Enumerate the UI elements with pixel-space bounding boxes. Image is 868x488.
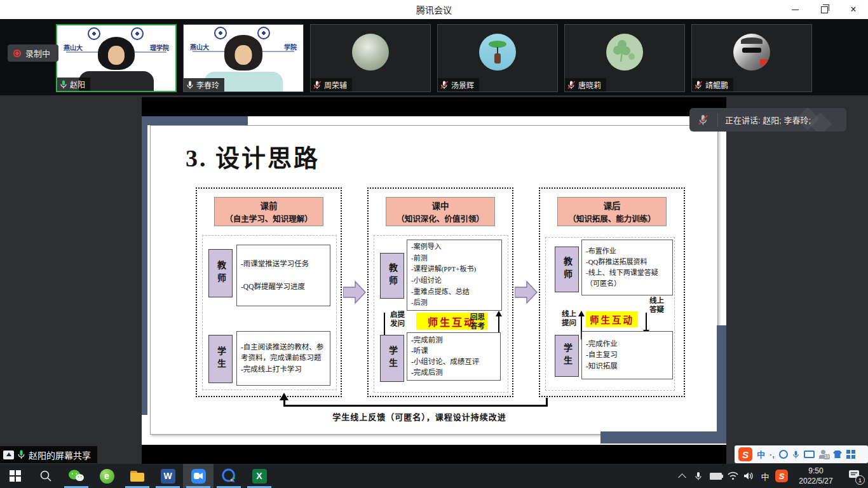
name-plate: 赵阳	[57, 78, 90, 91]
notification-count-badge: 1	[855, 475, 865, 485]
feedback-note: 学生线上反馈（可匿名），课程设计持续改进	[241, 410, 597, 423]
tray-date: 2022/5/27	[799, 477, 832, 485]
restore-icon	[821, 6, 828, 13]
window-title: 腾讯会议	[0, 0, 868, 19]
name-plate: 靖鲲鹏	[692, 78, 733, 92]
browser-icon: e	[100, 469, 114, 484]
notification-icon: 1	[848, 470, 860, 482]
avatar	[352, 34, 389, 71]
slide-title: 3. 设计思路	[186, 139, 320, 173]
windows-logo-icon	[10, 470, 21, 482]
name-plate: 周荣辅	[311, 78, 352, 92]
tray-battery-button[interactable]	[707, 464, 724, 488]
search-icon	[39, 470, 52, 482]
mic-muted-icon	[313, 81, 322, 90]
arrow-up-icon	[578, 311, 585, 316]
wechat-icon	[68, 469, 85, 483]
participant-tile[interactable]: 汤景辉	[437, 24, 558, 92]
mic-muted-icon	[440, 81, 449, 90]
name-plate: 汤景辉	[438, 78, 479, 92]
restore-button[interactable]	[810, 0, 839, 19]
student-activities: -完成作业 -自主复习 -知识拓展	[581, 331, 673, 379]
voice-input-button[interactable]	[792, 450, 799, 459]
toolbox-button[interactable]	[846, 450, 855, 459]
sogou-logo-icon: S	[775, 470, 788, 482]
teacher-label: 教师	[380, 253, 404, 299]
tray-sogou-button[interactable]: S	[773, 464, 790, 488]
close-icon: ×	[850, 4, 856, 15]
emoji-button[interactable]	[779, 450, 788, 459]
student-activities: -自主阅读推送的教材、参考资料，完成课前练习题 -完成线上打卡学习	[236, 331, 330, 386]
action-center-button[interactable]: 1	[843, 464, 865, 488]
interaction-note-right: 回思 答考	[470, 313, 485, 331]
tray-clock[interactable]: 9:50 2022/5/27	[792, 464, 840, 488]
student-label: 学生	[380, 335, 404, 382]
soft-keyboard-button[interactable]	[804, 451, 815, 458]
taskbar-explorer-button[interactable]	[122, 464, 153, 488]
flow-arrow-icon	[515, 280, 538, 304]
avatar	[733, 34, 770, 71]
tencent-meeting-icon	[191, 469, 206, 484]
tray-mic-button[interactable]	[690, 464, 707, 488]
tray-volume-button[interactable]	[741, 464, 757, 488]
participant-tile[interactable]: 靖鲲鹏	[691, 24, 812, 92]
screen-share-icon	[3, 451, 14, 459]
feedback-arrow-up-icon	[280, 393, 288, 400]
tray-ime-indicator[interactable]: 中	[757, 464, 773, 488]
teacher-activities: -布置作业 -QQ群推送拓展资料 -线上、线下两课堂答疑 （可匿名）	[581, 240, 673, 295]
wifi-icon	[728, 471, 738, 480]
phase-header: 课中 （知识深化、价值引领）	[386, 197, 495, 226]
minimize-icon	[792, 10, 799, 10]
battery-icon	[710, 473, 722, 480]
taskbar-wecom-button[interactable]	[214, 464, 244, 488]
teacher-label: 教师	[555, 247, 579, 292]
participant-tile[interactable]: 燕山大 学院 李春玲	[183, 24, 304, 92]
skin-button[interactable]	[833, 451, 842, 458]
mic-muted-icon	[695, 81, 703, 90]
sogou-toolbar[interactable]: S 中 ·, 19	[735, 445, 868, 463]
recording-badge: 录制中	[8, 44, 58, 62]
minimize-button[interactable]	[780, 0, 810, 19]
share-banner[interactable]: 赵阳的屏幕共享	[0, 446, 97, 463]
word-icon: W	[161, 469, 175, 484]
taskbar-360-browser-button[interactable]: e	[92, 464, 122, 488]
start-button[interactable]	[0, 464, 31, 488]
slide-template-block	[142, 116, 248, 125]
avatar	[606, 34, 643, 71]
tray-wifi-button[interactable]	[724, 464, 741, 488]
slide-template-bar-bottom	[600, 431, 726, 444]
chevron-up-icon	[678, 473, 686, 482]
user-profile-button[interactable]: 19	[819, 450, 829, 459]
arrow-up-icon	[496, 311, 502, 316]
participant-tile[interactable]: 唐晓莉	[564, 24, 685, 92]
taskbar-search-button[interactable]	[31, 464, 61, 488]
taskbar-wechat-button[interactable]	[61, 464, 92, 488]
sogou-logo-icon[interactable]: S	[738, 447, 752, 461]
participant-tile[interactable]: 燕山大 理学院 赵阳	[56, 24, 177, 92]
interaction-note-left: 线上 提问	[562, 309, 576, 328]
tray-expand-button[interactable]	[674, 464, 690, 488]
recording-dot-icon	[13, 50, 21, 57]
teacher-activities: -案例导入 -前测 -课程讲解(PPT+板书) -小组讨论 -重难点提炼、总结 …	[407, 240, 502, 311]
folder-icon	[130, 471, 144, 482]
taskbar-excel-button[interactable]: X	[244, 464, 275, 488]
close-button[interactable]: ×	[839, 0, 868, 19]
flow-arrow-icon	[343, 280, 366, 304]
participant-tile[interactable]: 周荣辅	[310, 24, 431, 92]
ime-mode-button[interactable]: 中	[757, 451, 765, 459]
student-activities: -完成前测 -听课 -小组讨论、成绩互评 -完成后测	[407, 332, 501, 381]
mic-on-icon	[60, 80, 67, 89]
mic-muted-icon	[567, 81, 576, 90]
clover-icon	[606, 34, 643, 71]
share-banner-label: 赵阳的屏幕共享	[29, 449, 91, 461]
punctuation-button[interactable]: ·,	[770, 451, 775, 459]
interaction-note-left: 启提 发问	[390, 310, 405, 329]
avatar	[479, 34, 516, 71]
taskbar-word-button[interactable]: W	[153, 464, 183, 488]
mic-on-icon	[186, 81, 194, 90]
taskbar-meeting-button[interactable]	[183, 464, 214, 488]
tray-time: 9:50	[808, 466, 823, 475]
teacher-label: 教师	[208, 249, 233, 297]
phase-header: 课前 （自主学习、知识理解）	[214, 197, 323, 226]
teacher-activities: -雨课堂推送学习任务 -QQ群提醒学习进度	[236, 245, 330, 306]
